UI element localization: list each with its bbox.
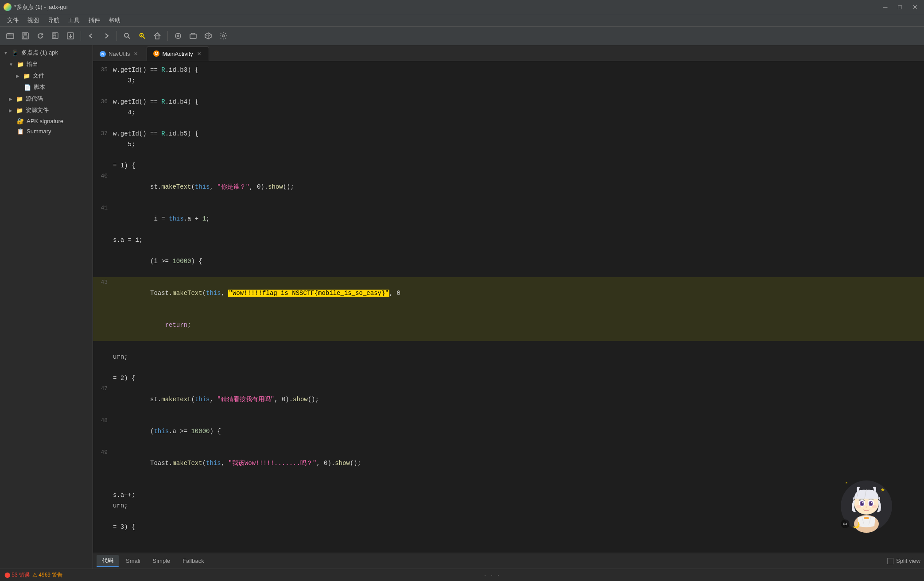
code-line-sa-inc: s.a++; bbox=[93, 490, 924, 500]
tree-expand-source: ▶ bbox=[9, 97, 12, 101]
decompile-button[interactable] bbox=[171, 30, 185, 42]
forward-button[interactable] bbox=[100, 30, 113, 42]
toolbar-sep-3 bbox=[167, 31, 168, 41]
code-line-40: 40 st.makeText(this, "你是谁？", 0).show(); bbox=[93, 171, 924, 203]
scripts-label: 脚本 bbox=[34, 83, 45, 91]
sidebar-item-apk-signature[interactable]: 🔐 APK signature bbox=[0, 116, 93, 126]
sidebar-item-source[interactable]: ▶ 📁 源代码 bbox=[0, 93, 93, 105]
tab-navutils[interactable]: N NavUtils ✕ bbox=[93, 46, 146, 61]
search-button[interactable] bbox=[120, 30, 134, 42]
code-line-return: return; bbox=[93, 309, 924, 341]
code-line-36b: 4; bbox=[93, 107, 924, 118]
tab-code[interactable]: 代码 bbox=[97, 555, 119, 567]
tree-expand-files: ▶ bbox=[16, 74, 19, 78]
svg-point-18 bbox=[222, 35, 225, 37]
files-icon: 📁 bbox=[23, 73, 30, 79]
main-layout: ▼ 📱 多点点 (1).apk ▼ 📁 输出 ▶ 📁 文件 📄 脚本 ▶ 📁 源… bbox=[0, 45, 924, 569]
refresh-button[interactable] bbox=[34, 30, 47, 42]
open-button[interactable] bbox=[4, 30, 17, 42]
files-label: 文件 bbox=[33, 72, 44, 80]
menu-view[interactable]: 视图 bbox=[24, 15, 43, 25]
title-bar: *多点点 (1) - jadx-gui ─ □ ✕ bbox=[0, 0, 924, 14]
tab-mainactivity-icon: M bbox=[153, 50, 159, 57]
summary-label: Summary bbox=[27, 128, 51, 135]
export-button[interactable] bbox=[64, 30, 77, 42]
code-line-35: 35 w.getId() == R.id.b3) { bbox=[93, 65, 924, 75]
code-line-urn2: urn; bbox=[93, 500, 924, 511]
split-view-option: Split view bbox=[887, 558, 920, 564]
title-bar-left: *多点点 (1) - jadx-gui bbox=[4, 3, 68, 11]
app-title: *多点点 (1) - jadx-gui bbox=[14, 3, 68, 11]
menu-tools[interactable]: 工具 bbox=[65, 15, 83, 25]
code-line-ige: (i >= 10000) { bbox=[93, 245, 924, 277]
sidebar-item-output[interactable]: ▼ 📁 输出 bbox=[0, 58, 93, 70]
menu-help[interactable]: 帮助 bbox=[105, 15, 124, 25]
output-label: 输出 bbox=[27, 60, 38, 68]
code-line-empty-1 bbox=[93, 86, 924, 97]
settings-button[interactable] bbox=[217, 30, 230, 42]
svg-rect-5 bbox=[53, 33, 56, 35]
scripts-icon: 📄 bbox=[24, 84, 31, 91]
tree-expand-output: ▼ bbox=[9, 62, 13, 67]
code-line-empty-4 bbox=[93, 341, 924, 352]
tab-simple[interactable]: Simple bbox=[148, 556, 176, 566]
status-dots: · · · bbox=[484, 571, 501, 579]
save-all-button[interactable] bbox=[49, 30, 62, 42]
menu-bar: 文件 视图 导航 工具 插件 帮助 bbox=[0, 14, 924, 27]
maximize-btn[interactable]: □ bbox=[896, 3, 905, 12]
code-editor[interactable]: 35 w.getId() == R.id.b3) { 3; 36 w.getId… bbox=[93, 61, 924, 553]
process-button[interactable] bbox=[186, 30, 200, 42]
apk-label: 多点点 (1).apk bbox=[21, 49, 58, 57]
save-button[interactable] bbox=[19, 30, 32, 42]
tab-mainactivity-close[interactable]: ✕ bbox=[196, 50, 202, 57]
tab-bar: N NavUtils ✕ M MainActivity ✕ bbox=[93, 45, 924, 61]
resources-icon: 📁 bbox=[16, 107, 23, 114]
bottom-tab-bar: 代码 Smali Simple Fallback Split view bbox=[93, 553, 924, 569]
back-button[interactable] bbox=[85, 30, 98, 42]
package-button[interactable] bbox=[202, 30, 215, 42]
code-line-empty-5 bbox=[93, 362, 924, 373]
code-line-empty-3 bbox=[93, 150, 924, 160]
home-button[interactable] bbox=[151, 30, 164, 42]
svg-point-8 bbox=[124, 33, 128, 37]
window-controls: ─ □ ✕ bbox=[881, 3, 920, 12]
menu-file[interactable]: 文件 bbox=[4, 15, 22, 25]
code-line-35b: 3; bbox=[93, 75, 924, 86]
code-line-eq1: = 1) { bbox=[93, 160, 924, 171]
error-count: ⬤ 53 错误 bbox=[4, 571, 30, 579]
svg-point-12 bbox=[141, 35, 142, 36]
tab-smali[interactable]: Smali bbox=[120, 556, 146, 566]
minimize-btn[interactable]: ─ bbox=[881, 3, 890, 12]
svg-rect-3 bbox=[23, 36, 27, 38]
close-btn[interactable]: ✕ bbox=[910, 3, 920, 12]
tab-navutils-close[interactable]: ✕ bbox=[132, 50, 139, 57]
tab-mainactivity[interactable]: M MainActivity ✕ bbox=[147, 46, 209, 61]
code-line-empty-2 bbox=[93, 118, 924, 128]
sidebar-item-summary[interactable]: 📋 Summary bbox=[0, 126, 93, 136]
sidebar-item-scripts[interactable]: 📄 脚本 bbox=[0, 81, 93, 93]
menu-plugins[interactable]: 插件 bbox=[85, 15, 104, 25]
code-line-37: 37 w.getId() == R.id.b5) { bbox=[93, 128, 924, 139]
apk-icon: 📱 bbox=[12, 50, 19, 56]
code-line-eq2: = 2) { bbox=[93, 373, 924, 383]
status-center: · · · bbox=[65, 571, 920, 579]
tab-fallback[interactable]: Fallback bbox=[177, 556, 209, 566]
output-icon: 📁 bbox=[17, 61, 24, 68]
sidebar: ▼ 📱 多点点 (1).apk ▼ 📁 输出 ▶ 📁 文件 📄 脚本 ▶ 📁 源… bbox=[0, 45, 93, 569]
split-view-label: Split view bbox=[896, 558, 920, 564]
sidebar-item-resources[interactable]: ▶ 📁 资源文件 bbox=[0, 105, 93, 116]
code-line-sa: s.a = i; bbox=[93, 235, 924, 245]
svg-rect-6 bbox=[53, 35, 56, 37]
svg-point-15 bbox=[177, 35, 179, 37]
find-in-class-button[interactable] bbox=[136, 30, 149, 42]
menu-nav[interactable]: 导航 bbox=[44, 15, 63, 25]
tree-expand-apk: ▼ bbox=[4, 50, 8, 55]
sidebar-item-apk[interactable]: ▼ 📱 多点点 (1).apk bbox=[0, 47, 93, 58]
split-view-checkbox[interactable] bbox=[887, 558, 893, 564]
app-icon bbox=[4, 3, 12, 11]
sidebar-item-files[interactable]: ▶ 📁 文件 bbox=[0, 70, 93, 81]
code-line-47: 47 st.makeText(this, "猜猜看按我有用吗", 0).show… bbox=[93, 383, 924, 415]
svg-rect-17 bbox=[190, 34, 196, 39]
signature-icon: 🔐 bbox=[17, 118, 24, 124]
svg-rect-2 bbox=[23, 33, 27, 35]
